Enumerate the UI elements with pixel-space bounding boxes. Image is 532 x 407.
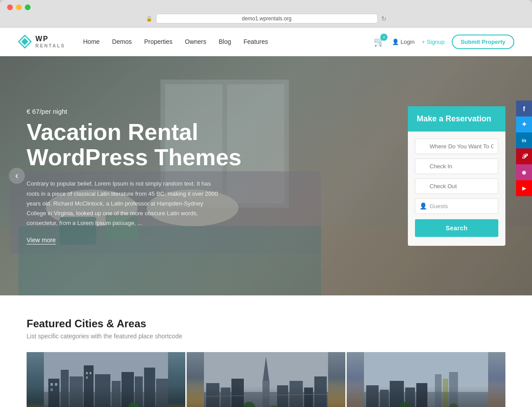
logo-icon [18, 35, 32, 49]
reservation-fields: 📍 📅 📅 👤 Guests [408, 139, 505, 214]
submit-property-button[interactable]: Submit Property [452, 35, 514, 49]
reservation-header: Make a Reservation [408, 106, 505, 132]
nav-blog[interactable]: Blog [219, 38, 231, 45]
reload-icon[interactable]: ↻ [381, 15, 387, 22]
svg-marker-1 [21, 38, 28, 45]
hero-prev-button[interactable]: ‹ [9, 168, 25, 184]
cart-icon[interactable]: 🛒 0 [374, 36, 385, 47]
boston-overlay [187, 352, 345, 407]
view-more-link[interactable]: View more [27, 236, 56, 244]
city-card-boston[interactable]: Boston Nickel Chasers [187, 352, 345, 407]
city-card-newyork[interactable]: New York Capital of the World [27, 352, 185, 407]
address-bar: 🔒 ↻ [7, 14, 525, 27]
hero-price: € 67/per night [27, 108, 242, 115]
youtube-button[interactable]: ▶ [516, 180, 532, 196]
linkedin-button[interactable]: in [516, 132, 532, 148]
twitter-button[interactable]: ✦ [516, 116, 532, 132]
social-sidebar: f ✦ in 𝒫 ◉ ▶ [516, 101, 532, 196]
featured-title: Featured Cities & Areas [27, 318, 505, 330]
hero-content: € 67/per night Vacation Rental WordPress… [0, 56, 532, 295]
newyork-overlay [27, 352, 185, 407]
guests-field: 👤 Guests 1 2 3 4+ [415, 198, 498, 214]
facebook-button[interactable]: f [516, 101, 532, 116]
cities-grid: New York Capital of the World [27, 352, 505, 407]
nav-owners[interactable]: Owners [185, 38, 206, 45]
hero-title: Vacation Rental WordPress Themes [27, 120, 242, 170]
instagram-button[interactable]: ◉ [516, 164, 532, 180]
nav-home[interactable]: Home [83, 38, 99, 45]
checkout-field: 📅 [415, 178, 498, 194]
checkin-field: 📅 [415, 159, 498, 174]
browser-content: WP RENTALS Home Demos Properties Owners … [0, 27, 532, 407]
destination-field: 📍 [415, 139, 498, 154]
signup-button[interactable]: + Signup [422, 39, 445, 45]
city-card-philadelphia[interactable]: Philadelphia City that Never Sleeps [347, 352, 505, 407]
hero-left: € 67/per night Vacation Rental WordPress… [27, 108, 242, 244]
hero-section: € 67/per night Vacation Rental WordPress… [0, 56, 532, 295]
nav-demos[interactable]: Demos [112, 38, 132, 45]
logo-text: WP RENTALS [35, 35, 65, 48]
featured-section: Featured Cities & Areas List specific ca… [0, 295, 532, 407]
window-chrome: 🔒 ↻ [0, 0, 532, 27]
reservation-card: Make a Reservation 📍 📅 📅 [408, 106, 505, 246]
navbar: WP RENTALS Home Demos Properties Owners … [0, 27, 532, 56]
minimize-button[interactable] [16, 4, 22, 10]
guests-select[interactable]: Guests 1 2 3 4+ [415, 198, 498, 214]
nav-properties[interactable]: Properties [144, 38, 172, 45]
hero-description: Contrary to popular belief, Lorem Ipsum … [27, 179, 222, 228]
close-button[interactable] [7, 4, 13, 10]
maximize-button[interactable] [25, 4, 31, 10]
logo: WP RENTALS [18, 35, 65, 49]
featured-subtitle: List specific categories with the featur… [27, 333, 505, 340]
search-button[interactable]: Search [415, 219, 498, 237]
guests-icon: 👤 [419, 202, 427, 209]
philadelphia-overlay [347, 352, 505, 407]
nav-features[interactable]: Features [243, 38, 268, 45]
nav-right: 🛒 0 👤Login + Signup Submit Property [374, 35, 514, 49]
login-button[interactable]: 👤Login [392, 39, 415, 45]
checkout-input[interactable] [415, 178, 498, 194]
destination-input[interactable] [415, 139, 498, 154]
checkin-input[interactable] [415, 159, 498, 174]
nav-links: Home Demos Properties Owners Blog Featur… [83, 38, 374, 45]
url-input[interactable] [156, 14, 378, 23]
pinterest-button[interactable]: 𝒫 [516, 148, 532, 164]
cart-badge: 0 [380, 34, 387, 41]
lock-icon: 🔒 [146, 16, 153, 22]
